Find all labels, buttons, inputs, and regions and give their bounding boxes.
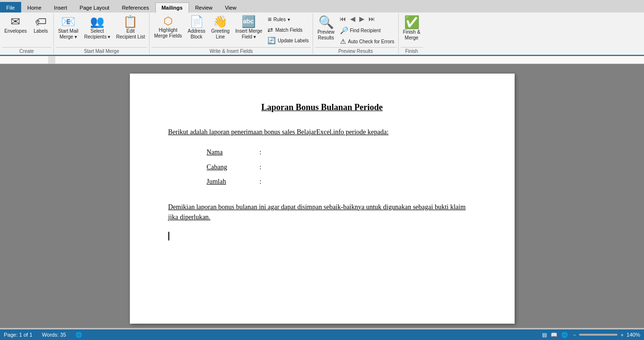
status-lang: 🌐 <box>76 332 82 338</box>
ribbon: ✉ Envelopes 🏷 Labels Create 📧 Start Mail… <box>0 13 644 56</box>
highlight-merge-fields-icon: ⬡ <box>164 16 173 26</box>
write-insert-group: ⬡ HighlightMerge Fields 📄 AddressBlock 👋… <box>150 13 313 54</box>
insert-merge-field-button[interactable]: 🔤 Insert MergeField ▾ <box>233 14 265 41</box>
tab-view[interactable]: View <box>219 2 243 13</box>
preview-results-group-label: Preview Results <box>315 47 396 54</box>
nav-next-button[interactable]: ▶ <box>358 14 366 23</box>
nav-prev-button[interactable]: ◀ <box>349 14 357 23</box>
cursor <box>168 232 476 240</box>
tab-insert[interactable]: Insert <box>48 2 74 13</box>
document-closing: Demikian laporan bonus bulanan ini agar … <box>168 202 476 222</box>
insert-merge-field-icon: 🔤 <box>241 16 256 27</box>
ribbon-content: ✉ Envelopes 🏷 Labels Create 📧 Start Mail… <box>0 13 644 56</box>
start-mail-merge-label: Start MailMerge ▾ <box>58 28 78 40</box>
ruler <box>0 56 644 64</box>
preview-results-group: 🔍 PreviewResults ⏮ ◀ ▶ ⏭ 🔎 Find Recipien… <box>313 13 399 54</box>
find-recipient-label: Find Recipient <box>350 28 381 33</box>
finish-group: ✅ Finish &Merge Finish <box>399 13 425 54</box>
field-nama-label: Nama <box>207 147 260 158</box>
start-mail-merge-group: 📧 Start MailMerge ▾ 👥 SelectRecipients ▾… <box>54 13 150 54</box>
match-fields-icon: ⇄ <box>267 26 273 34</box>
field-nama-colon: : <box>260 147 274 158</box>
envelopes-label: Envelopes <box>4 28 27 34</box>
tab-review[interactable]: Review <box>189 2 219 13</box>
zoom-level: 140% <box>627 332 640 338</box>
rules-icon: ≡ <box>267 15 271 23</box>
create-group: ✉ Envelopes 🏷 Labels Create <box>0 13 54 54</box>
update-labels-button[interactable]: 🔄 Update Labels <box>265 36 311 45</box>
field-jumlah-colon: : <box>260 176 274 187</box>
view-reading-icon[interactable]: 📖 <box>551 332 557 338</box>
field-jumlah: Jumlah : <box>207 176 476 187</box>
auto-check-errors-button[interactable]: ⚠ Auto Check for Errors <box>338 37 396 46</box>
document-body: Berikut adalah laporan penerimaan bonus … <box>168 127 476 240</box>
select-recipients-label: SelectRecipients ▾ <box>84 28 110 40</box>
tab-bar: File Home Insert Page Layout References … <box>0 0 644 13</box>
start-mail-merge-button[interactable]: 📧 Start MailMerge ▾ <box>56 14 81 41</box>
envelope-icon: ✉ <box>11 16 20 27</box>
nav-buttons: ⏮ ◀ ▶ ⏭ <box>338 14 396 23</box>
envelopes-button[interactable]: ✉ Envelopes <box>2 14 29 36</box>
nav-last-button[interactable]: ⏭ <box>367 14 377 23</box>
greeting-line-button[interactable]: 👋 GreetingLine <box>209 14 232 41</box>
field-nama: Nama : <box>207 147 476 158</box>
zoom-out-button[interactable]: － <box>572 331 577 339</box>
field-cabang-label: Cabang <box>207 162 260 173</box>
ruler-marks <box>48 56 644 63</box>
select-recipients-icon: 👥 <box>90 16 104 27</box>
greeting-line-label: GreetingLine <box>211 28 229 40</box>
find-recipient-icon: 🔎 <box>340 26 348 34</box>
status-right: ▤ 📖 🌐 － ＋ 140% <box>542 331 640 339</box>
select-recipients-button[interactable]: 👥 SelectRecipients ▾ <box>82 14 113 41</box>
tab-mailings[interactable]: Mailings <box>155 2 189 13</box>
auto-check-errors-label: Auto Check for Errors <box>348 39 394 44</box>
zoom-controls: － ＋ 140% <box>572 331 640 339</box>
update-labels-icon: 🔄 <box>267 37 276 44</box>
finish-merge-button[interactable]: ✅ Finish &Merge <box>401 14 423 42</box>
address-block-icon: 📄 <box>189 16 204 27</box>
create-group-label: Create <box>2 47 51 54</box>
view-normal-icon[interactable]: ▤ <box>542 332 547 338</box>
preview-results-icon: 🔍 <box>318 16 334 28</box>
rules-button[interactable]: ≡ Rules ▾ <box>265 14 311 24</box>
labels-label: Labels <box>34 28 48 34</box>
finish-merge-label: Finish &Merge <box>403 29 420 41</box>
field-cabang-colon: : <box>260 162 274 173</box>
preview-results-button[interactable]: 🔍 PreviewResults <box>315 14 337 42</box>
document-area: Laporan Bonus Bulanan Periode Berikut ad… <box>0 64 644 328</box>
tab-home[interactable]: Home <box>21 2 48 13</box>
preview-nav-stack: ⏮ ◀ ▶ ⏭ 🔎 Find Recipient ⚠ Auto Check fo… <box>338 14 396 46</box>
auto-check-errors-icon: ⚠ <box>340 38 346 45</box>
edit-recipient-label: EditRecipient List <box>116 28 145 40</box>
zoom-slider[interactable] <box>579 334 618 336</box>
tab-page-layout[interactable]: Page Layout <box>74 2 116 13</box>
match-fields-button[interactable]: ⇄ Match Fields <box>265 25 311 35</box>
write-insert-stack: ≡ Rules ▾ ⇄ Match Fields 🔄 Update Labels <box>265 14 311 45</box>
view-web-icon[interactable]: 🌐 <box>561 332 568 338</box>
field-cabang: Cabang : <box>207 162 476 173</box>
document-title: Laporan Bonus Bulanan Periode <box>168 102 476 113</box>
document-intro: Berikut adalah laporan penerimaan bonus … <box>168 127 476 138</box>
labels-icon: 🏷 <box>35 16 47 27</box>
greeting-line-icon: 👋 <box>213 16 227 27</box>
field-jumlah-label: Jumlah <box>207 176 260 187</box>
finish-group-label: Finish <box>401 47 423 54</box>
nav-first-button[interactable]: ⏮ <box>338 14 348 23</box>
highlight-merge-fields-button[interactable]: ⬡ HighlightMerge Fields <box>152 14 184 40</box>
start-mail-merge-icon: 📧 <box>61 16 76 27</box>
status-page: Page: 1 of 1 <box>4 332 32 338</box>
highlight-merge-fields-label: HighlightMerge Fields <box>154 27 182 39</box>
labels-button[interactable]: 🏷 Labels <box>30 14 51 36</box>
address-block-label: AddressBlock <box>188 28 205 40</box>
tab-file[interactable]: File <box>0 2 21 13</box>
write-insert-group-label: Write & Insert Fields <box>152 47 311 54</box>
status-words: Words: 35 <box>42 332 66 338</box>
edit-recipient-list-button[interactable]: 📋 EditRecipient List <box>114 14 147 41</box>
preview-results-label: PreviewResults <box>317 29 335 41</box>
insert-merge-field-label: Insert MergeField ▾ <box>235 28 262 40</box>
tab-references[interactable]: References <box>115 2 155 13</box>
find-recipient-button[interactable]: 🔎 Find Recipient <box>338 25 396 35</box>
zoom-in-button[interactable]: ＋ <box>619 331 625 339</box>
start-mail-merge-group-label: Start Mail Merge <box>56 47 148 54</box>
address-block-button[interactable]: 📄 AddressBlock <box>185 14 208 41</box>
